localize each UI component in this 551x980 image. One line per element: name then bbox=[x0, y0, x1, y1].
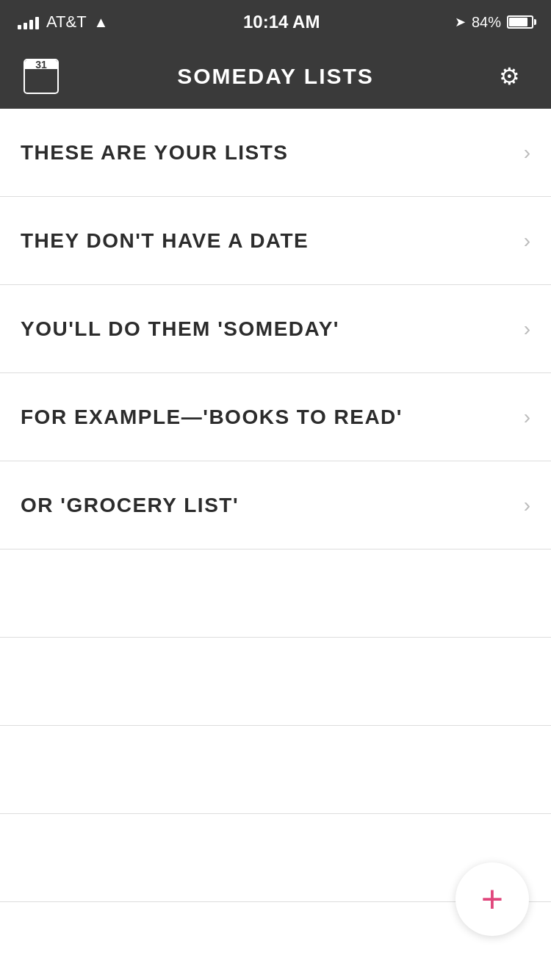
item-text-2: THEY DON'T HAVE A DATE bbox=[21, 229, 309, 253]
list-item[interactable]: THEY DON'T HAVE A DATE › bbox=[0, 197, 551, 285]
chevron-icon-2: › bbox=[524, 229, 530, 253]
carrier-label: AT&T bbox=[46, 12, 87, 32]
add-list-button[interactable]: + bbox=[455, 862, 529, 936]
calendar-button[interactable]: 31 bbox=[21, 56, 62, 97]
status-right: ➤ 84% bbox=[455, 14, 533, 31]
item-text-3: YOU'LL DO THEM 'SOMEDAY' bbox=[21, 317, 339, 341]
nav-bar: 31 SOMEDAY LISTS ⚙ bbox=[0, 44, 551, 109]
status-time: 10:14 AM bbox=[243, 12, 320, 32]
calendar-icon: 31 bbox=[24, 59, 59, 94]
page-title: SOMEDAY LISTS bbox=[177, 64, 374, 89]
battery-icon bbox=[507, 15, 533, 29]
empty-row bbox=[0, 726, 551, 814]
battery-percentage: 84% bbox=[472, 14, 501, 31]
item-text-5: OR 'GROCERY LIST' bbox=[21, 494, 239, 517]
chevron-icon-4: › bbox=[524, 406, 530, 429]
item-text-4: FOR EXAMPLE—'BOOKS TO READ' bbox=[21, 406, 403, 429]
chevron-icon-3: › bbox=[524, 317, 530, 341]
chevron-icon-1: › bbox=[524, 141, 530, 165]
list-item[interactable]: OR 'GROCERY LIST' › bbox=[0, 461, 551, 550]
signal-bars bbox=[18, 15, 39, 29]
gear-icon-text: ⚙ bbox=[499, 62, 520, 90]
chevron-icon-5: › bbox=[524, 494, 530, 517]
wifi-icon: ▲ bbox=[94, 14, 109, 31]
item-text-1: THESE ARE YOUR LISTS bbox=[21, 141, 289, 165]
empty-row bbox=[0, 638, 551, 726]
location-icon: ➤ bbox=[455, 14, 466, 30]
list-item[interactable]: THESE ARE YOUR LISTS › bbox=[0, 109, 551, 197]
calendar-number: 31 bbox=[35, 60, 47, 70]
plus-icon: + bbox=[481, 880, 503, 918]
settings-button[interactable]: ⚙ bbox=[489, 56, 530, 97]
list-item[interactable]: FOR EXAMPLE—'BOOKS TO READ' › bbox=[0, 373, 551, 461]
empty-row bbox=[0, 550, 551, 638]
status-left: AT&T ▲ bbox=[18, 12, 108, 32]
list-item[interactable]: YOU'LL DO THEM 'SOMEDAY' › bbox=[0, 285, 551, 373]
list-container: THESE ARE YOUR LISTS › THEY DON'T HAVE A… bbox=[0, 109, 551, 980]
status-bar: AT&T ▲ 10:14 AM ➤ 84% bbox=[0, 0, 551, 44]
